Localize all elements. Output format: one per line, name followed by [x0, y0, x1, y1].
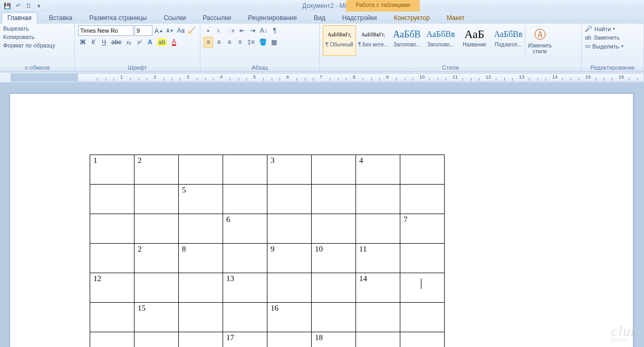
tab-insert[interactable]: Вставка — [44, 13, 78, 24]
table-cell[interactable]: 9 — [267, 244, 312, 273]
font-name-input[interactable] — [78, 25, 133, 36]
borders-button[interactable]: ▦ — [270, 37, 279, 47]
table-cell[interactable] — [223, 185, 267, 214]
table-cell[interactable]: 5 — [179, 185, 223, 214]
table-cell[interactable] — [134, 185, 179, 214]
italic-button[interactable]: К — [89, 37, 98, 47]
table-cell[interactable] — [267, 332, 312, 348]
copy-button[interactable]: Копировать — [3, 34, 71, 40]
table-cell[interactable] — [223, 155, 267, 185]
table-cell[interactable]: 18 — [312, 332, 356, 348]
table-cell[interactable] — [90, 332, 134, 348]
superscript-button[interactable]: x² — [134, 37, 144, 47]
tab-page-layout[interactable]: Разметка страницы — [84, 13, 152, 24]
table-cell[interactable] — [400, 273, 445, 303]
table-cell[interactable] — [179, 303, 223, 332]
shrink-font-button[interactable]: A▼ — [165, 25, 175, 36]
table-cell[interactable] — [356, 332, 400, 348]
find-button[interactable]: 🔎Найти▾ — [585, 25, 640, 32]
tab-addins[interactable]: Надстройки — [337, 13, 382, 24]
table-cell[interactable] — [312, 303, 356, 332]
style-item[interactable]: АаБНазвание — [458, 25, 491, 56]
table-cell[interactable]: 17 — [223, 332, 267, 348]
qat-dropdown-icon[interactable]: ▾ — [35, 2, 43, 10]
table-cell[interactable] — [356, 303, 400, 332]
new-doc-icon[interactable]: 🗋 — [24, 2, 33, 10]
subscript-button[interactable]: x₂ — [124, 37, 133, 47]
tab-references[interactable]: Ссылки — [158, 13, 191, 24]
change-case-button[interactable]: Aa — [176, 25, 186, 36]
sort-button[interactable]: А↓ — [258, 25, 269, 36]
table-cell[interactable]: 3 — [267, 155, 312, 185]
table-cell[interactable] — [400, 303, 445, 332]
table-cell[interactable]: 14 — [356, 273, 400, 303]
tab-design[interactable]: Конструктор — [389, 13, 435, 24]
table-cell[interactable] — [356, 185, 400, 214]
table-cell[interactable]: 10 — [312, 244, 356, 273]
shading-button[interactable]: 🪣 — [257, 37, 268, 47]
table-cell[interactable] — [356, 214, 400, 244]
table-cell[interactable]: 12 — [90, 273, 134, 303]
align-left-button[interactable]: ≡ — [204, 37, 213, 47]
numbering-button[interactable] — [214, 25, 224, 36]
document-page[interactable]: 1234567289101112131415161718 — [9, 93, 633, 347]
select-button[interactable]: ▭Выделить▾ — [585, 43, 640, 50]
table-cell[interactable]: 15 — [134, 303, 179, 332]
table-cell[interactable] — [312, 185, 356, 214]
table-row[interactable]: 1234 — [90, 155, 445, 185]
align-center-button[interactable]: ≡ — [214, 37, 224, 47]
table-cell[interactable] — [267, 273, 312, 303]
table-cell[interactable]: 4 — [356, 155, 400, 185]
table-row[interactable]: 67 — [90, 214, 445, 244]
table-cell[interactable]: 13 — [223, 273, 267, 303]
tab-home[interactable]: Главная — [2, 12, 37, 24]
table-row[interactable]: 121314 — [90, 273, 445, 303]
table-cell[interactable] — [267, 185, 312, 214]
replace-button[interactable]: abЗаменить — [585, 34, 640, 41]
show-marks-button[interactable]: ¶ — [270, 25, 280, 36]
horizontal-ruler[interactable]: 1234567891011121314151617 — [11, 73, 644, 82]
table-cell[interactable] — [179, 332, 223, 348]
undo-icon[interactable]: ↶ — [14, 2, 22, 10]
font-size-input[interactable] — [134, 25, 152, 36]
table-cell[interactable] — [312, 214, 356, 244]
increase-indent-button[interactable]: ⇥ — [248, 25, 257, 36]
table-cell[interactable] — [312, 155, 356, 185]
table-cell[interactable] — [223, 303, 267, 332]
table-cell[interactable] — [90, 244, 134, 273]
table-cell[interactable]: 8 — [179, 244, 223, 273]
table-row[interactable]: 5 — [90, 185, 445, 214]
table-cell[interactable]: 2 — [134, 155, 179, 185]
text-effects-button[interactable]: A — [145, 37, 155, 47]
style-item[interactable]: АаБбВЗаголово... — [390, 25, 424, 56]
font-color-button[interactable]: A — [169, 37, 179, 47]
table-cell[interactable] — [90, 185, 134, 214]
grow-font-button[interactable]: A▲ — [153, 25, 164, 36]
table-cell[interactable]: 7 — [400, 214, 445, 244]
table-cell[interactable] — [179, 214, 223, 244]
decrease-indent-button[interactable]: ⇤ — [237, 25, 247, 36]
table-cell[interactable] — [134, 273, 179, 303]
table-cell[interactable]: 16 — [267, 303, 312, 332]
style-item[interactable]: АаБбВвПодзагол... — [492, 25, 525, 56]
highlight-button[interactable]: ab — [156, 37, 168, 47]
style-item[interactable]: АаБбВвГг,¶ Без инте... — [357, 25, 390, 56]
table-cell[interactable] — [134, 214, 179, 244]
table-cell[interactable] — [267, 214, 312, 244]
styles-gallery[interactable]: АаБбВвГг,¶ ОбычныйАаБбВвГг,¶ Без инте...… — [323, 25, 525, 56]
table-cell[interactable] — [400, 155, 445, 185]
table-cell[interactable] — [400, 185, 445, 214]
table-row[interactable]: 2891011 — [90, 244, 445, 273]
table-row[interactable]: 1718 — [90, 332, 445, 348]
underline-button[interactable]: Ч — [99, 37, 109, 47]
bullets-button[interactable] — [204, 25, 213, 36]
table-row[interactable]: 1516 — [90, 303, 445, 332]
change-styles-button[interactable]: Ⓐ Изменить стили — [525, 25, 554, 56]
table-cell[interactable] — [312, 273, 356, 303]
table-cell[interactable] — [400, 244, 445, 273]
table-cell[interactable] — [223, 244, 267, 273]
tab-layout[interactable]: Макет — [441, 13, 470, 24]
style-item[interactable]: АаБбВвГг,¶ Обычный — [323, 25, 356, 56]
table-cell[interactable] — [179, 273, 223, 303]
align-justify-button[interactable]: ≡ — [235, 37, 245, 47]
